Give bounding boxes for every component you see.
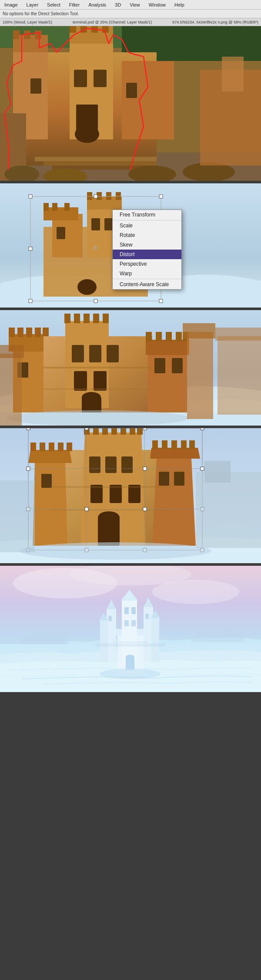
svg-rect-129 bbox=[162, 440, 167, 449]
menu-help[interactable]: Help bbox=[173, 1, 186, 8]
svg-rect-134 bbox=[105, 456, 117, 473]
panel5-bg bbox=[0, 566, 261, 692]
info-right: 674.5/56234, 5434nf8v2x n.png @ 58% (RGB… bbox=[172, 20, 258, 24]
svg-rect-94 bbox=[172, 358, 183, 373]
menu-filter[interactable]: Filter bbox=[67, 1, 81, 8]
svg-rect-80 bbox=[93, 314, 99, 323]
svg-point-166 bbox=[20, 542, 211, 560]
svg-rect-78 bbox=[74, 314, 80, 323]
svg-rect-125 bbox=[137, 428, 143, 435]
svg-rect-120 bbox=[93, 428, 99, 435]
menu-view[interactable]: View bbox=[128, 1, 142, 8]
panel1-bg bbox=[0, 26, 261, 181]
svg-rect-196 bbox=[96, 643, 165, 647]
svg-rect-116 bbox=[58, 443, 64, 451]
svg-rect-73 bbox=[35, 328, 41, 337]
svg-rect-18 bbox=[74, 70, 87, 87]
svg-rect-86 bbox=[166, 332, 172, 341]
svg-point-102 bbox=[7, 410, 189, 426]
menu-item-perspective[interactable]: Perspective bbox=[113, 259, 181, 269]
svg-rect-25 bbox=[44, 161, 157, 166]
canvas-panel-3 bbox=[0, 310, 261, 426]
svg-rect-108 bbox=[215, 328, 261, 341]
svg-rect-81 bbox=[103, 314, 109, 323]
svg-rect-159 bbox=[85, 507, 88, 511]
svg-rect-96 bbox=[94, 371, 107, 391]
menu-layer[interactable]: Layer bbox=[25, 1, 40, 8]
svg-rect-95 bbox=[74, 371, 87, 391]
svg-marker-112 bbox=[28, 450, 72, 463]
svg-rect-11 bbox=[13, 30, 20, 39]
svg-rect-17 bbox=[102, 26, 109, 33]
svg-rect-85 bbox=[156, 332, 162, 341]
menu-image[interactable]: Image bbox=[3, 1, 20, 8]
svg-rect-24 bbox=[35, 157, 157, 161]
menu-analysis[interactable]: Analysis bbox=[87, 1, 108, 8]
svg-point-23 bbox=[75, 125, 99, 143]
svg-rect-50 bbox=[116, 192, 121, 200]
svg-rect-83 bbox=[146, 340, 189, 355]
svg-point-98 bbox=[82, 392, 101, 402]
canvas-panel-4 bbox=[0, 428, 261, 563]
svg-rect-14 bbox=[70, 26, 76, 33]
svg-rect-136 bbox=[41, 474, 52, 488]
svg-rect-187 bbox=[131, 607, 136, 614]
menu-item-free-transform[interactable]: Free Transform bbox=[113, 210, 181, 220]
svg-rect-157 bbox=[201, 467, 204, 470]
panel3-bg bbox=[0, 310, 261, 426]
menu-item-distort[interactable]: Distort bbox=[113, 250, 181, 259]
context-menu[interactable]: Free Transform Scale Rotate Skew Distort… bbox=[112, 210, 182, 290]
svg-rect-99 bbox=[44, 367, 152, 368]
svg-point-143 bbox=[98, 511, 120, 524]
menu-item-warp[interactable]: Warp bbox=[113, 269, 181, 278]
svg-rect-46 bbox=[64, 203, 70, 211]
svg-rect-189 bbox=[131, 620, 136, 626]
svg-rect-130 bbox=[171, 440, 177, 449]
menu-bar: Image Layer Select Filter Analysis 3D Vi… bbox=[0, 0, 261, 10]
svg-rect-15 bbox=[80, 26, 87, 33]
svg-rect-84 bbox=[146, 332, 152, 341]
svg-rect-190 bbox=[108, 616, 112, 621]
svg-rect-135 bbox=[121, 456, 133, 473]
menu-separator-1 bbox=[113, 220, 181, 220]
svg-rect-13 bbox=[35, 30, 41, 39]
svg-rect-79 bbox=[84, 314, 90, 323]
svg-rect-128 bbox=[152, 440, 158, 449]
svg-rect-10 bbox=[122, 61, 174, 139]
menu-select[interactable]: Select bbox=[45, 1, 62, 8]
svg-rect-156 bbox=[143, 467, 147, 470]
canvas-panel-1 bbox=[0, 26, 261, 181]
svg-rect-160 bbox=[143, 507, 147, 511]
menu-item-scale[interactable]: Scale bbox=[113, 221, 181, 230]
svg-rect-106 bbox=[183, 323, 215, 338]
svg-rect-74 bbox=[43, 328, 49, 337]
menu-item-rotate[interactable]: Rotate bbox=[113, 230, 181, 240]
menu-item-content-aware-scale[interactable]: Content-Aware Scale bbox=[113, 280, 181, 289]
options-text: No options for the Direct Selection Tool… bbox=[3, 11, 79, 16]
svg-rect-169 bbox=[0, 480, 35, 552]
svg-rect-90 bbox=[89, 345, 101, 362]
svg-rect-191 bbox=[145, 614, 149, 619]
svg-rect-138 bbox=[174, 472, 184, 486]
svg-rect-57 bbox=[94, 195, 97, 198]
svg-rect-152 bbox=[85, 428, 88, 430]
svg-rect-107 bbox=[218, 336, 261, 415]
svg-rect-45 bbox=[52, 203, 57, 211]
svg-rect-168 bbox=[204, 461, 231, 483]
svg-rect-182 bbox=[100, 620, 108, 662]
svg-rect-186 bbox=[124, 607, 129, 614]
svg-rect-12 bbox=[24, 30, 30, 39]
svg-rect-61 bbox=[29, 299, 32, 303]
menu-item-skew[interactable]: Skew bbox=[113, 240, 181, 250]
svg-rect-124 bbox=[130, 428, 135, 435]
svg-rect-59 bbox=[29, 247, 32, 250]
svg-rect-52 bbox=[91, 218, 100, 230]
svg-rect-103 bbox=[0, 354, 22, 426]
svg-rect-133 bbox=[89, 456, 100, 473]
svg-rect-91 bbox=[107, 345, 119, 362]
svg-rect-113 bbox=[30, 443, 36, 451]
menu-window[interactable]: Window bbox=[147, 1, 167, 8]
menu-3d[interactable]: 3D bbox=[113, 1, 123, 8]
svg-rect-104 bbox=[0, 345, 24, 358]
svg-rect-117 bbox=[67, 443, 72, 451]
